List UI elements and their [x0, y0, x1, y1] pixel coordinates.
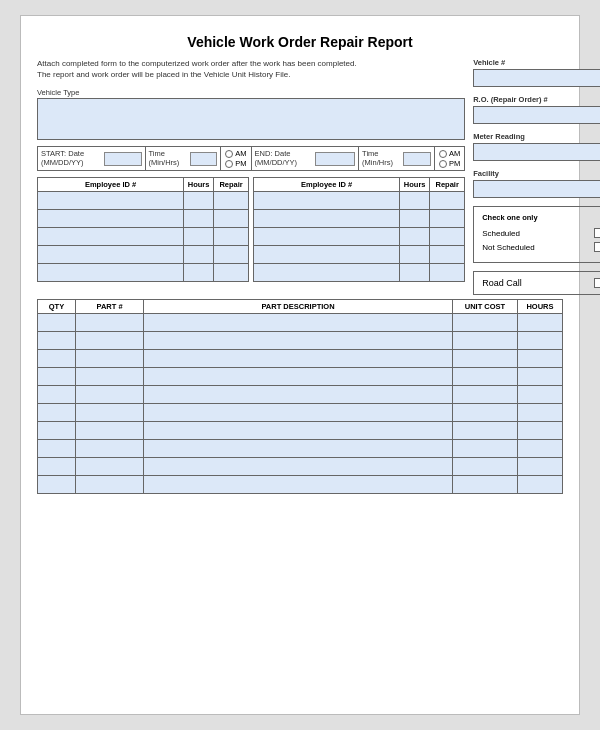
vehicle-type-input[interactable]	[37, 98, 465, 140]
start-ampm-cell: AM PM	[221, 147, 251, 170]
emp-hours-col-right: Hours	[400, 178, 430, 192]
vehicle-type-label: Vehicle Type	[37, 88, 465, 97]
start-time-cell: Time (Min/Hrs)	[146, 147, 222, 170]
ro-field: R.O. (Repair Order) #	[473, 95, 600, 124]
road-call-label: Road Call	[482, 278, 522, 288]
facility-input[interactable]	[473, 180, 600, 198]
facility-field: Facility	[473, 169, 600, 198]
desc-col: PART DESCRIPTION	[144, 300, 453, 314]
table-row[interactable]	[38, 228, 249, 246]
road-call-section: Road Call	[473, 271, 600, 295]
road-call-checkbox[interactable]	[594, 278, 600, 288]
ro-input[interactable]	[473, 106, 600, 124]
table-row[interactable]	[254, 246, 465, 264]
table-row[interactable]	[38, 246, 249, 264]
scheduled-checkbox[interactable]	[594, 228, 600, 238]
qty-col: QTY	[38, 300, 76, 314]
emp-id-col-right: Employee ID #	[254, 178, 400, 192]
employee-table-right: Employee ID # Hours Repair	[253, 177, 465, 282]
check-one-section: Check one only Scheduled Not Scheduled	[473, 206, 600, 263]
left-column: Attach completed form to the computerize…	[37, 58, 465, 295]
table-row[interactable]	[254, 264, 465, 282]
start-time-input[interactable]	[190, 152, 218, 166]
table-row[interactable]	[38, 386, 563, 404]
meter-input[interactable]	[473, 143, 600, 161]
table-row[interactable]	[254, 210, 465, 228]
table-row[interactable]	[38, 458, 563, 476]
unit-cost-col: UNIT COST	[453, 300, 518, 314]
table-row[interactable]	[254, 228, 465, 246]
parts-table: QTY PART # PART DESCRIPTION UNIT COST HO…	[37, 299, 563, 494]
table-row[interactable]	[38, 264, 249, 282]
page-title: Vehicle Work Order Repair Report	[37, 34, 563, 50]
table-row[interactable]	[38, 422, 563, 440]
instructions: Attach completed form to the computerize…	[37, 58, 465, 80]
employee-section: Employee ID # Hours Repair	[37, 177, 465, 282]
table-row[interactable]	[38, 314, 563, 332]
start-date-input[interactable]	[104, 152, 142, 166]
end-pm-radio[interactable]: PM	[439, 159, 460, 168]
employee-table-left: Employee ID # Hours Repair	[37, 177, 249, 282]
table-row[interactable]	[38, 332, 563, 350]
emp-repair-col-right: Repair	[430, 178, 465, 192]
parts-section: QTY PART # PART DESCRIPTION UNIT COST HO…	[37, 299, 563, 494]
emp-id-col-left: Employee ID #	[38, 178, 184, 192]
start-am-radio[interactable]: AM	[225, 149, 246, 158]
table-row[interactable]	[254, 192, 465, 210]
start-pm-radio[interactable]: PM	[225, 159, 246, 168]
right-column: Vehicle # R.O. (Repair Order) # Meter Re…	[473, 58, 600, 295]
hours-col: HOURS	[518, 300, 563, 314]
table-row[interactable]	[38, 368, 563, 386]
table-row[interactable]	[38, 476, 563, 494]
datetime-row: START: Date (MM/DD/YY) Time (Min/Hrs) AM	[37, 146, 465, 171]
emp-hours-col-left: Hours	[184, 178, 214, 192]
meter-field: Meter Reading	[473, 132, 600, 161]
not-scheduled-item: Not Scheduled	[482, 242, 600, 252]
end-time-cell: Time (Min/Hrs)	[359, 147, 435, 170]
table-row[interactable]	[38, 192, 249, 210]
table-row[interactable]	[38, 404, 563, 422]
not-scheduled-checkbox[interactable]	[594, 242, 600, 252]
end-am-radio[interactable]: AM	[439, 149, 460, 158]
scheduled-item: Scheduled	[482, 228, 600, 238]
table-row[interactable]	[38, 210, 249, 228]
end-date-cell: END: Date (MM/DD/YY)	[252, 147, 360, 170]
end-time-input[interactable]	[403, 152, 431, 166]
end-date-input[interactable]	[315, 152, 355, 166]
end-ampm-cell: AM PM	[435, 147, 464, 170]
vehicle-num-field: Vehicle #	[473, 58, 600, 87]
page: Vehicle Work Order Repair Report Attach …	[20, 15, 580, 715]
emp-repair-col-left: Repair	[214, 178, 249, 192]
table-row[interactable]	[38, 350, 563, 368]
vehicle-num-input[interactable]	[473, 69, 600, 87]
part-col: PART #	[76, 300, 144, 314]
start-date-cell: START: Date (MM/DD/YY)	[38, 147, 146, 170]
table-row[interactable]	[38, 440, 563, 458]
